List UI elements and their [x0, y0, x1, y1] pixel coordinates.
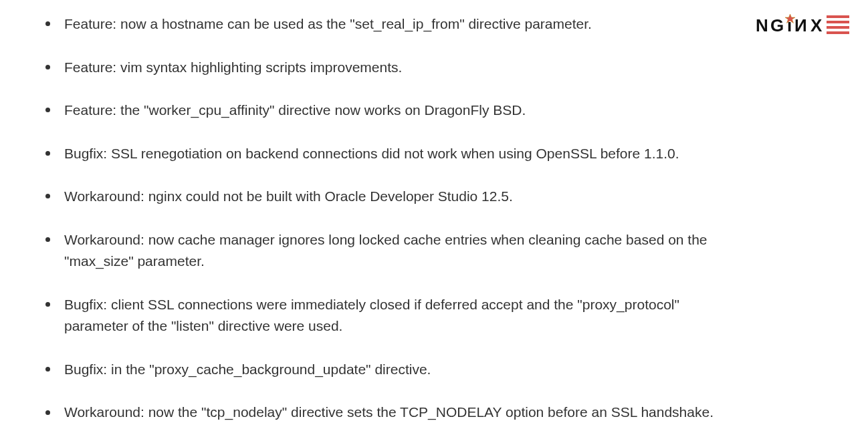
svg-rect-3: [827, 31, 849, 34]
changelog-item-text: Feature: now a hostname can be used as t…: [64, 16, 592, 31]
changelog-item-text: Workaround: now the "tcp_nodelay" direct…: [64, 404, 714, 420]
changelog-item-text: Bugfix: SSL renegotiation on backend con…: [64, 146, 679, 161]
svg-text:N: N: [756, 15, 768, 35]
nginx-logo: N G i И X: [756, 12, 849, 36]
svg-text:И: И: [794, 15, 807, 35]
changelog-item-text: Bugfix: client SSL connections were imme…: [64, 297, 679, 334]
svg-rect-1: [827, 21, 849, 23]
list-item: Feature: the "worker_cpu_affinity" direc…: [45, 100, 736, 122]
nginx-logo-icon: N G i И X: [756, 13, 849, 35]
svg-text:G: G: [770, 15, 784, 35]
svg-rect-2: [827, 26, 849, 29]
list-item: Workaround: nginx could not be built wit…: [45, 186, 736, 208]
svg-text:X: X: [810, 15, 823, 35]
changelog-item-text: Workaround: nginx could not be built wit…: [64, 188, 513, 204]
list-item: Bugfix: client SSL connections were imme…: [45, 294, 736, 337]
list-item: Workaround: now the "tcp_nodelay" direct…: [45, 402, 736, 424]
list-item: Feature: now a hostname can be used as t…: [45, 13, 736, 35]
list-item: Bugfix: in the "proxy_cache_background_u…: [45, 359, 736, 381]
changelog-item-text: Workaround: now cache manager ignores lo…: [64, 232, 708, 269]
list-item: Bugfix: SSL renegotiation on backend con…: [45, 143, 736, 165]
changelog-item-text: Bugfix: in the "proxy_cache_background_u…: [64, 361, 431, 377]
changelog-list: Feature: now a hostname can be used as t…: [27, 13, 736, 424]
changelog-item-text: Feature: vim syntax highlighting scripts…: [64, 59, 402, 75]
list-item: Workaround: now cache manager ignores lo…: [45, 229, 736, 273]
svg-rect-0: [827, 15, 849, 18]
list-item: Feature: vim syntax highlighting scripts…: [45, 57, 736, 79]
changelog-item-text: Feature: the "worker_cpu_affinity" direc…: [64, 102, 526, 118]
